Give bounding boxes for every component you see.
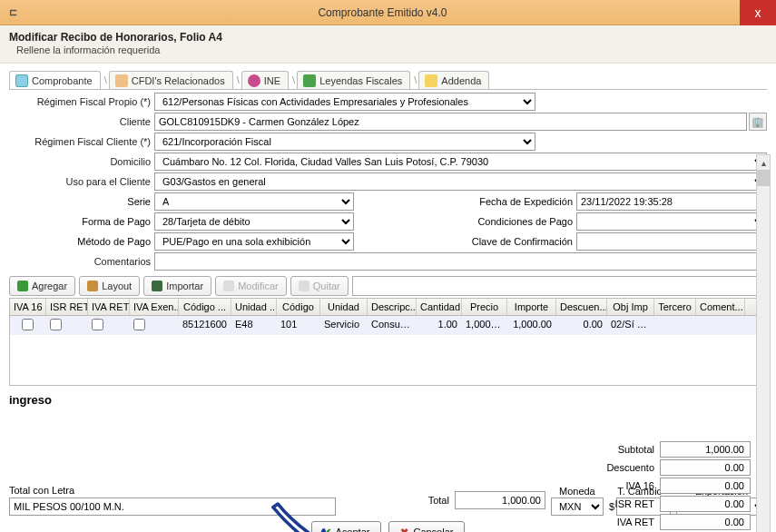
label-domicilio: Domicilio — [9, 156, 154, 167]
label-metodo-pago: Método de Pago — [9, 236, 154, 247]
table-row[interactable]: 85121600 E48 101 Servicio Consult... 1.0… — [10, 316, 766, 335]
building-icon: 🏢 — [751, 116, 764, 128]
col-cantidad[interactable]: Cantidad — [417, 299, 462, 315]
row-codigo: 85121600 — [179, 316, 231, 335]
col-importe[interactable]: Importe — [507, 299, 556, 315]
label-moneda: Moneda — [559, 486, 595, 497]
agregar-button[interactable]: Agregar — [9, 276, 75, 296]
check-icon: ✔ — [323, 527, 331, 533]
tab-addenda[interactable]: Addenda — [418, 71, 489, 89]
row-objimp: 02/Sí ob... — [607, 316, 654, 335]
row-unidad2: Servicio — [320, 316, 368, 335]
vertical-scrollbar[interactable]: ▴ ▾ — [756, 154, 771, 532]
scroll-up-icon[interactable]: ▴ — [757, 155, 770, 170]
layout-icon — [87, 281, 98, 291]
grid-search-input[interactable] — [352, 276, 767, 296]
row-ivaexen-checkbox[interactable] — [133, 319, 145, 330]
metodo-pago-select[interactable]: PUE/Pago en una sola exhibición — [154, 232, 354, 251]
col-unidad2[interactable]: Unidad — [320, 299, 368, 315]
regimen-cliente-select[interactable]: 621/Incorporación Fiscal — [154, 133, 535, 151]
tab-comprobante[interactable]: Comprobante — [9, 71, 101, 89]
row-iva16-checkbox[interactable] — [22, 319, 34, 330]
label-ivaret-total: IVA RET — [617, 517, 654, 527]
col-precio[interactable]: Precio — [462, 299, 507, 315]
tab-ine[interactable]: INE — [241, 71, 289, 89]
layout-button[interactable]: Layout — [79, 276, 140, 296]
close-button[interactable]: x — [740, 0, 776, 25]
row-cantidad: 1.00 — [417, 316, 462, 335]
plus-icon — [17, 281, 28, 291]
label-subtotal: Subtotal — [618, 444, 654, 455]
col-tercero[interactable]: Tercero — [654, 299, 696, 315]
label-serie: Serie — [9, 196, 154, 207]
col-unidad[interactable]: Unidad ... — [231, 299, 277, 315]
ivaret-field — [660, 514, 751, 530]
col-isrret[interactable]: ISR RET — [46, 299, 88, 315]
titlebar[interactable]: ⊏ Comprobante Emitido v4.0 x — [0, 0, 776, 25]
regimen-propio-select[interactable]: 612/Personas Físicas con Actividades Emp… — [154, 93, 535, 111]
label-cliente: Cliente — [9, 116, 154, 127]
iva16-field — [660, 478, 751, 494]
page-title: Modificar Recibo de Honorarios, Folio A4 — [9, 31, 767, 44]
forma-pago-select[interactable]: 28/Tarjeta de débito — [154, 212, 354, 231]
isrret-field — [660, 496, 751, 512]
app-icon: ⊏ — [0, 0, 25, 25]
row-descuen: 0.00 — [556, 316, 607, 335]
col-codigo[interactable]: Código ... — [179, 299, 231, 315]
tab-cfdi[interactable]: CFDI's Relacionados — [109, 71, 233, 89]
clave-conf-input[interactable] — [576, 232, 767, 251]
col-descrip[interactable]: Descripc... — [368, 299, 417, 315]
window-title: Comprobante Emitido v4.0 — [25, 6, 740, 19]
fecha-exp-input[interactable] — [576, 192, 767, 211]
cond-pago-select[interactable] — [576, 212, 767, 231]
label-fecha-exp: Fecha de Expedición — [458, 196, 576, 207]
row-tercero — [654, 316, 696, 335]
col-codigo2[interactable]: Código — [277, 299, 320, 315]
label-regimen-propio: Régimen Fiscal Propio (*) — [9, 96, 154, 107]
modificar-button: Modificar — [215, 276, 287, 296]
label-iva16-total: IVA 16 — [625, 480, 654, 491]
col-ivaret[interactable]: IVA RET — [88, 299, 130, 315]
label-isrret-total: ISR RET — [615, 498, 654, 509]
label-forma-pago: Forma de Pago — [9, 216, 154, 227]
importar-button[interactable]: Importar — [143, 276, 211, 296]
descuento-field — [660, 459, 751, 476]
label-total-letra: Total con Letra — [9, 485, 336, 496]
col-descuen[interactable]: Descuen... — [556, 299, 607, 315]
uso-cliente-select[interactable]: G03/Gastos en general — [154, 172, 767, 191]
row-isrret-checkbox[interactable] — [50, 319, 62, 330]
ingreso-label: ingreso — [9, 393, 767, 407]
tab-leyendas[interactable]: Leyendas Fiscales — [297, 71, 410, 89]
cliente-input[interactable] — [154, 113, 747, 131]
domicilio-select[interactable]: Cuámbaro No. 12 Col. Florida, Ciudad Val… — [154, 153, 767, 171]
cancel-icon: ✖ — [400, 527, 408, 533]
col-iva16[interactable]: IVA 16 — [10, 299, 46, 315]
label-total: Total — [428, 495, 449, 506]
serie-select[interactable]: A — [154, 192, 354, 211]
label-regimen-cliente: Régimen Fiscal Cliente (*) — [9, 136, 154, 147]
page-subtitle: Rellene la información requerida — [9, 44, 767, 55]
subtotal-field — [660, 441, 751, 458]
label-comentarios: Comentarios — [9, 256, 154, 267]
col-coment[interactable]: Coment... — [696, 299, 745, 315]
aceptar-button[interactable]: ✔Aceptar — [311, 521, 382, 532]
total-letra-input[interactable] — [9, 498, 336, 516]
comentarios-input[interactable] — [154, 252, 767, 271]
scroll-thumb[interactable] — [757, 170, 770, 186]
row-coment — [696, 316, 745, 335]
col-objimp[interactable]: Obj Imp — [607, 299, 654, 315]
row-precio: 1,000.00 — [462, 316, 507, 335]
cliente-lookup-button[interactable]: 🏢 — [749, 113, 767, 131]
import-icon — [152, 281, 162, 291]
col-ivaexen[interactable]: IVA Exen... — [130, 299, 179, 315]
moneda-select[interactable]: MXN — [551, 498, 604, 516]
row-descrip: Consult... — [368, 316, 417, 335]
tabstrip: Comprobante \ CFDI's Relacionados \ INE … — [9, 71, 767, 90]
totals-panel: Subtotal Descuento IVA 16 ISR RET IVA RE… — [606, 441, 751, 532]
row-ivaret-checkbox[interactable] — [92, 319, 103, 330]
grid-header: IVA 16 ISR RET IVA RET IVA Exen... Códig… — [10, 299, 766, 316]
grid-toolbar: Agregar Layout Importar Modificar Quitar — [9, 276, 767, 296]
label-cond-pago: Condiciones de Pago — [458, 216, 576, 227]
minus-icon — [299, 281, 309, 291]
cancelar-button[interactable]: ✖Cancelar — [388, 521, 465, 532]
